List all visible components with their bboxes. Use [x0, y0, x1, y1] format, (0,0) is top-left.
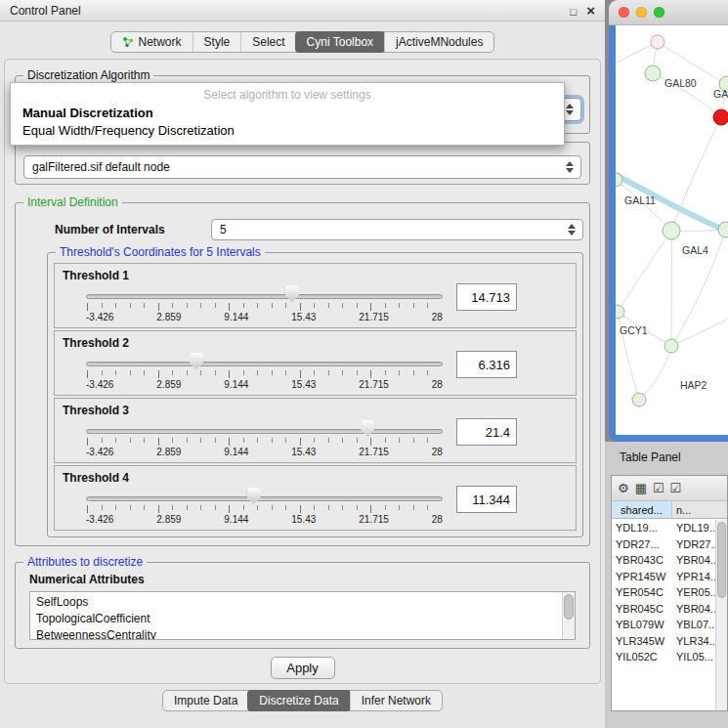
- table-row[interactable]: YDL19...YDL19...: [612, 520, 715, 536]
- select-visible-columns-icon[interactable]: ☑: [670, 482, 682, 494]
- network-node-gal80[interactable]: [645, 65, 661, 81]
- threshold-slider[interactable]: -3.4262.8599.14415.4321.71528: [86, 486, 443, 527]
- threshold-value-box[interactable]: 6.316: [456, 351, 517, 378]
- scale-label: 9.144: [224, 379, 248, 390]
- cell-shared-name: YDL19...: [612, 522, 672, 534]
- algorithm-option-manual-discretization[interactable]: Manual Discretization: [11, 105, 564, 122]
- tab-discretize-data[interactable]: Discretize Data: [247, 690, 350, 711]
- slider-thumb[interactable]: [285, 285, 299, 302]
- network-view-window: GAL80GAGAL11GAL4GCY1HAP2: [609, 0, 728, 442]
- attribute-item-selfloops[interactable]: SelfLoops: [36, 594, 559, 611]
- bottom-tab-bar: Impute DataDiscretize DataInfer Network: [162, 690, 443, 711]
- tab-style[interactable]: Style: [193, 32, 241, 52]
- tab-infer-network[interactable]: Infer Network: [350, 691, 442, 710]
- table-row[interactable]: YDR27...YDR27...: [612, 536, 715, 553]
- zoom-window-icon[interactable]: [654, 7, 664, 18]
- table-scrollbar-thumb[interactable]: [717, 522, 726, 598]
- slider-thumb[interactable]: [247, 488, 261, 504]
- cell-name: YLR34...: [672, 635, 715, 647]
- node-label: GAL4: [682, 244, 708, 256]
- column-settings-icon[interactable]: ▦: [635, 482, 647, 494]
- tab-label: jActiveMNodules: [396, 35, 483, 49]
- tab-label: Cyni Toolbox: [307, 35, 373, 49]
- scale-label: -3.426: [86, 447, 113, 457]
- scale-label: 2.859: [156, 514, 181, 525]
- list-scrollbar[interactable]: [562, 592, 575, 639]
- number-of-intervals-select[interactable]: 5: [211, 219, 583, 240]
- numerical-attributes-list[interactable]: SelfLoopsTopologicalCoefficientBetweenne…: [29, 591, 576, 640]
- tab-impute-data[interactable]: Impute Data: [163, 691, 248, 710]
- table-row[interactable]: YBL079WYBL07...: [612, 617, 715, 633]
- network-node[interactable]: [664, 339, 678, 353]
- apply-button[interactable]: Apply: [271, 657, 335, 679]
- column-header-n[interactable]: n...: [672, 501, 727, 518]
- network-node-gcy1[interactable]: [616, 305, 624, 319]
- tab-jactivemnodules[interactable]: jActiveMNodules: [384, 32, 493, 52]
- settings-gear-icon[interactable]: ⚙: [618, 482, 629, 494]
- network-canvas[interactable]: GAL80GAGAL11GAL4GCY1HAP2: [616, 25, 728, 435]
- slider-track[interactable]: [86, 362, 443, 366]
- slider-track[interactable]: [86, 429, 443, 434]
- close-panel-icon[interactable]: ×: [586, 2, 595, 19]
- node-label: GCY1: [620, 324, 648, 336]
- threshold-slider[interactable]: -3.4262.8599.14415.4321.71528: [86, 283, 443, 324]
- network-node-gal4[interactable]: [663, 222, 680, 239]
- control-panel-window: Control Panel □× NetworkStyleSelectCyni …: [0, 0, 605, 728]
- cell-name: YPR14...: [672, 571, 715, 582]
- slider-track[interactable]: [86, 294, 443, 299]
- scale-label: -3.426: [86, 514, 113, 525]
- bottom-tabbar-wrap: Impute DataDiscretize DataInfer Network: [0, 690, 605, 711]
- network-node-hap2[interactable]: [632, 393, 646, 407]
- threshold-label: Threshold 1: [63, 269, 568, 282]
- discretization-algorithm-group-title: Discretization Algorithm: [23, 68, 153, 82]
- network-edge[interactable]: [639, 346, 671, 400]
- table-data-select[interactable]: galFiltered.sif default node: [23, 155, 581, 179]
- list-scrollbar-thumb[interactable]: [564, 594, 574, 620]
- table-data-select-value: galFiltered.sif default node: [32, 160, 563, 174]
- minimize-window-icon[interactable]: [636, 7, 647, 18]
- network-edge[interactable]: [618, 231, 671, 312]
- attributes-to-discretize-group: Attributes to discretize Numerical Attri…: [15, 562, 590, 649]
- network-node[interactable]: [651, 35, 664, 49]
- scale-label: 2.859: [156, 312, 181, 322]
- table-row[interactable]: YLR345WYLR34...: [612, 633, 715, 650]
- cell-shared-name: YLR345W: [612, 635, 672, 647]
- table-row[interactable]: YBR043CYBR04...: [612, 552, 715, 569]
- threshold-value-box[interactable]: 21.4: [456, 418, 517, 446]
- network-edge[interactable]: [671, 117, 721, 231]
- table-row[interactable]: YER054CYER05...: [612, 584, 715, 601]
- threshold-slider[interactable]: -3.4262.8599.14415.4321.71528: [86, 418, 443, 459]
- threshold-value-box[interactable]: 11.344: [456, 486, 517, 513]
- threshold-value-box[interactable]: 14.713: [456, 283, 517, 311]
- threshold-slider[interactable]: -3.4262.8599.14415.4321.71528: [86, 351, 443, 392]
- cell-shared-name: YPR145W: [612, 571, 672, 582]
- tab-network[interactable]: Network: [111, 32, 193, 52]
- column-header-shared[interactable]: shared...: [612, 501, 672, 518]
- network-window-titlebar[interactable]: [609, 0, 728, 25]
- table-row[interactable]: YPR145WYPR14...: [612, 569, 715, 585]
- network-node[interactable]: [718, 222, 728, 237]
- table-scrollbar[interactable]: [715, 520, 727, 710]
- network-icon: [122, 36, 134, 48]
- attribute-item-topologicalcoefficient[interactable]: TopologicalCoefficient: [36, 611, 559, 627]
- slider-thumb[interactable]: [190, 353, 203, 369]
- table-row[interactable]: YIL052CYIL05...: [612, 649, 715, 665]
- scale-label: 15.43: [291, 312, 316, 322]
- float-panel-icon[interactable]: □: [571, 6, 578, 18]
- slider-thumb[interactable]: [361, 420, 374, 437]
- tab-select[interactable]: Select: [240, 32, 295, 52]
- algorithm-option-equal-width-frequency-discretization[interactable]: Equal Width/Frequency Discretization: [11, 122, 564, 140]
- attribute-item-betweennesscentrality[interactable]: BetweennessCentrality: [36, 627, 559, 640]
- cell-name: YBR04...: [672, 554, 715, 566]
- tab-cyni-toolbox[interactable]: Cyni Toolbox: [295, 31, 385, 53]
- control-panel-titlebar[interactable]: Control Panel □×: [0, 0, 605, 21]
- network-node[interactable]: [713, 109, 728, 125]
- close-window-icon[interactable]: [619, 7, 629, 18]
- select-all-columns-icon[interactable]: ☑: [653, 482, 664, 494]
- slider-track[interactable]: [86, 496, 443, 501]
- thresholds-group: Threshold's Coordinates for 5 Intervals …: [47, 252, 583, 537]
- scale-label: 21.715: [359, 514, 389, 525]
- network-graph: GAL80GAGAL11GAL4GCY1HAP2: [616, 25, 728, 435]
- cell-name: YER05...: [672, 586, 715, 598]
- table-row[interactable]: YBR045CYBR04...: [612, 601, 715, 618]
